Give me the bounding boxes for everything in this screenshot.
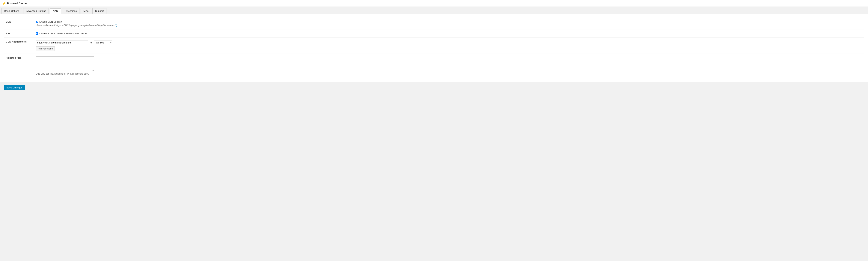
hostname-row: for All files CSS files JS files Image f… [36, 40, 862, 45]
settings-table: CDN Enable CDN Support please make sure … [4, 18, 864, 78]
bolt-icon: ⚡ [2, 1, 6, 5]
ssl-checkbox-row: Disable CDN to avoid "mixed content" err… [36, 32, 862, 35]
save-changes-button[interactable]: Save Changes [4, 85, 25, 90]
cdn-help-link[interactable]: (?) [115, 24, 117, 27]
cdn-help-text: please make sure that your CDN is proper… [36, 24, 862, 27]
tab-basic-options[interactable]: Basic Options [1, 8, 22, 14]
rejected-files-row: Rejected files One URL per line. It can … [4, 54, 864, 78]
app-title: Powered Cache [7, 2, 27, 5]
add-hostname-button[interactable]: Add Hostname [36, 46, 55, 51]
tab-cdn[interactable]: CDN [50, 8, 61, 14]
tab-misc[interactable]: Misc [81, 8, 91, 14]
cdn-label: CDN [6, 21, 11, 23]
hostname-input[interactable] [36, 40, 88, 45]
rejected-files-note: One URL per line. It can be full URL or … [36, 72, 862, 75]
cdn-hostnames-label: CDN Hostname(s) [6, 40, 27, 43]
cdn-enable-label: Enable CDN Support [39, 21, 62, 23]
rejected-files-textarea[interactable] [36, 56, 94, 71]
cdn-hostnames-row: CDN Hostname(s) for All files CSS files … [4, 38, 864, 54]
ssl-disable-checkbox[interactable] [36, 32, 38, 35]
footer-area: Save Changes [0, 82, 868, 93]
ssl-disable-label: Disable CDN to avoid "mixed content" err… [39, 32, 87, 35]
cdn-enable-row: Enable CDN Support [36, 21, 862, 23]
tab-extensions[interactable]: Extensions [62, 8, 80, 14]
cdn-enable-checkbox[interactable] [36, 21, 38, 23]
tabs-bar: Basic Options Advanced Options CDN Exten… [0, 7, 868, 14]
ssl-label: SSL [6, 32, 10, 35]
cdn-row: CDN Enable CDN Support please make sure … [4, 18, 864, 29]
app-header: ⚡ Powered Cache [0, 0, 868, 7]
tab-advanced-options[interactable]: Advanced Options [23, 8, 49, 14]
file-type-select[interactable]: All files CSS files JS files Image files [94, 40, 112, 45]
tab-support[interactable]: Support [92, 8, 106, 14]
ssl-row: SSL Disable CDN to avoid "mixed content"… [4, 29, 864, 38]
content-area: CDN Enable CDN Support please make sure … [0, 14, 868, 82]
rejected-files-label: Rejected files [6, 56, 22, 59]
for-label: for [90, 41, 93, 44]
